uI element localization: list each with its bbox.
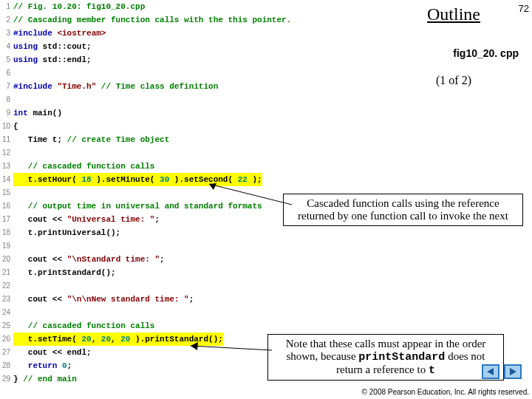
line-number: 22 — [0, 279, 13, 293]
line-number: 19 — [0, 239, 13, 253]
code-content: // cascaded function calls — [13, 319, 154, 332]
line-number: 8 — [0, 93, 13, 106]
callout-order-note: Note that these calls must appear in the… — [267, 334, 504, 381]
code-content: return 0; — [13, 359, 72, 372]
line-number: 12 — [0, 146, 13, 160]
line-number: 27 — [0, 346, 13, 359]
code-line: 12 — [0, 146, 532, 160]
code-line: 25 // cascaded function calls — [0, 319, 532, 332]
copyright-notice: © 2008 Pearson Education, Inc. All right… — [362, 388, 529, 396]
callout-code-t: t — [429, 364, 435, 377]
code-line: 7#include "Time.h" // Time class definit… — [0, 80, 532, 93]
code-line: 10{ — [0, 120, 532, 133]
code-line: 23 cout << "\n\nNew standard time: "; — [0, 293, 532, 306]
code-content: // Cascading member function calls with … — [13, 13, 291, 27]
line-number: 6 — [0, 66, 13, 80]
code-content: // cascaded function calls — [13, 160, 154, 173]
line-number: 21 — [0, 266, 13, 279]
code-content: { — [13, 120, 18, 133]
line-number: 11 — [0, 133, 13, 146]
code-line: 13 // cascaded function calls — [0, 160, 532, 173]
code-content: Time t; // create Time object — [13, 133, 169, 146]
line-number: 29 — [0, 372, 13, 386]
code-content: using std::endl; — [13, 53, 92, 66]
code-line: 1// Fig. 10.20: fig10_20.cpp — [0, 0, 532, 13]
line-number: 14 — [0, 173, 13, 186]
line-number: 18 — [0, 226, 13, 239]
nav-next-button[interactable] — [504, 364, 522, 379]
code-content: t.setHour( 18 ).setMinute( 30 ).setSecon… — [13, 173, 262, 186]
line-number: 28 — [0, 359, 13, 372]
code-content: cout << "Universal time: "; — [13, 213, 160, 226]
line-number: 15 — [0, 186, 13, 200]
callout-cascaded-calls: Cascaded function calls using the refere… — [283, 194, 523, 226]
line-number: 24 — [0, 306, 13, 319]
line-number: 17 — [0, 213, 13, 226]
code-line: 21 t.printStandard(); — [0, 266, 532, 279]
code-line: 11 Time t; // create Time object — [0, 133, 532, 146]
line-number: 23 — [0, 293, 13, 306]
code-line: 3#include <iostream> — [0, 27, 532, 40]
code-line: 4using std::cout; — [0, 40, 532, 53]
line-number: 20 — [0, 253, 13, 266]
code-content: #include "Time.h" // Time class definiti… — [13, 80, 218, 93]
nav-prev-button[interactable] — [482, 364, 499, 379]
code-line: 20 cout << "\nStandard time: "; — [0, 253, 532, 266]
code-line: 18 t.printUniversal(); — [0, 226, 532, 239]
line-number: 16 — [0, 200, 13, 213]
code-line: 24 — [0, 306, 532, 319]
callout-code-printstandard: printStandard — [358, 351, 445, 364]
code-line: 5using std::endl; — [0, 53, 532, 66]
line-number: 1 — [0, 0, 13, 13]
code-content: using std::cout; — [13, 40, 92, 53]
line-number: 26 — [0, 332, 13, 346]
code-content: // Fig. 10.20: fig10_20.cpp — [13, 0, 145, 13]
nav-buttons — [482, 364, 522, 379]
line-number: 7 — [0, 80, 13, 93]
code-content: } // end main — [13, 372, 77, 386]
line-number: 5 — [0, 53, 13, 66]
code-content: #include <iostream> — [13, 27, 106, 40]
line-number: 9 — [0, 106, 13, 120]
code-line: 2// Cascading member function calls with… — [0, 13, 532, 27]
code-line: 6 — [0, 66, 532, 80]
code-listing: 1// Fig. 10.20: fig10_20.cpp2// Cascadin… — [0, 0, 532, 386]
svg-marker-4 — [487, 368, 494, 375]
line-number: 3 — [0, 27, 13, 40]
prev-icon — [486, 367, 495, 376]
code-content: t.printUniversal(); — [13, 226, 120, 239]
code-content: cout << "\n\nNew standard time: "; — [13, 293, 194, 306]
line-number: 25 — [0, 319, 13, 332]
code-line: 8 — [0, 93, 532, 106]
svg-marker-5 — [510, 368, 516, 375]
code-content: int main() — [13, 106, 62, 120]
code-content: // output time in universal and standard… — [13, 200, 262, 213]
code-line: 22 — [0, 279, 532, 293]
line-number: 10 — [0, 120, 13, 133]
code-line: 9int main() — [0, 106, 532, 120]
code-content: t.setTime( 20, 20, 20 ).printStandard(); — [13, 332, 223, 346]
code-content: t.printStandard(); — [13, 266, 116, 279]
code-line: 14 t.setHour( 18 ).setMinute( 30 ).setSe… — [0, 173, 532, 186]
code-content: cout << "\nStandard time: "; — [13, 253, 165, 266]
line-number: 13 — [0, 160, 13, 173]
code-line: 19 — [0, 239, 532, 253]
next-icon — [508, 367, 517, 376]
code-content: cout << endl; — [13, 346, 92, 359]
line-number: 2 — [0, 13, 13, 27]
line-number: 4 — [0, 40, 13, 53]
